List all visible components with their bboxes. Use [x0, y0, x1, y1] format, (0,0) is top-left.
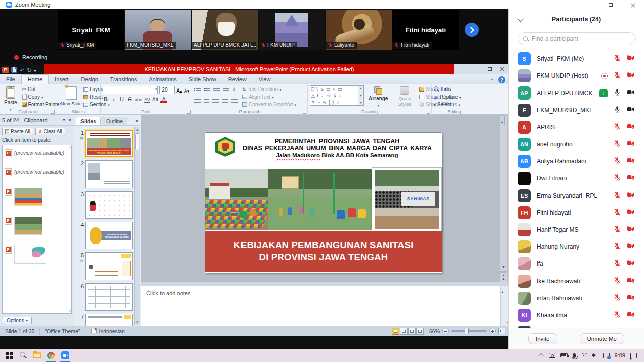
ppt-restore-button[interactable]	[488, 67, 492, 71]
replace-button[interactable]: Replace	[434, 93, 475, 101]
slide-thumbnail[interactable]: KEBIJAKAN PEMBANGUNAN SANITASI DI PROVIN…	[85, 130, 133, 157]
slide-canvas[interactable]: PEMERINTAH PROVINSI JAWA TENGAH DINAS PE…	[205, 133, 442, 273]
slideshow-button[interactable]	[416, 328, 424, 335]
clock[interactable]: 9:09	[615, 352, 625, 358]
convert-smartart-button[interactable]: Convert to SmartArt	[242, 101, 296, 108]
ribbon-tab[interactable]: Review	[222, 75, 253, 84]
search-input[interactable]	[532, 35, 630, 42]
zoom-taskbar-button[interactable]	[61, 351, 69, 360]
drawing-dialog-launcher[interactable]	[427, 110, 430, 114]
cut-button[interactable]: Cut	[22, 85, 61, 93]
tray-expand-icon[interactable]	[538, 353, 544, 359]
participant-row[interactable]: Hanung Nurany	[509, 238, 639, 255]
align-center-icon[interactable]	[204, 98, 209, 103]
video-tile[interactable]: Sriyati_FKM Sriyati_FKM	[58, 10, 124, 50]
slide-thumbnail[interactable]	[85, 191, 133, 219]
tab-outline[interactable]: Outline	[102, 117, 127, 125]
participants-scrollbar[interactable]	[640, 50, 643, 328]
qat-customize-icon[interactable]	[34, 65, 36, 74]
video-tile[interactable]: FKM_MURSID_MKL FKM_MURSID_MKL	[125, 10, 191, 50]
justify-icon[interactable]	[222, 98, 228, 103]
battery-icon[interactable]	[560, 353, 568, 357]
start-button[interactable]	[5, 351, 13, 360]
participant-row[interactable]: KI Khaira ilma	[509, 307, 639, 324]
find-button[interactable]: Find	[434, 85, 475, 93]
tray-mic-icon[interactable]	[573, 353, 576, 358]
font-name-combo[interactable]	[103, 86, 158, 94]
participant-row[interactable]: intan Rahmawati	[509, 290, 639, 307]
cast-icon[interactable]	[549, 353, 555, 358]
scrollbar-thumb[interactable]	[135, 133, 139, 150]
file-explorer-button[interactable]	[33, 351, 41, 360]
change-case-button[interactable]	[152, 96, 158, 102]
clipboard-item[interactable]: (preview not available)	[3, 164, 71, 184]
participant-row[interactable]: FH Fitni hidayati	[509, 204, 639, 221]
font-color-button[interactable]	[160, 96, 167, 102]
italic-button[interactable]	[111, 96, 117, 102]
notes-splitter[interactable]	[141, 282, 508, 286]
participant-row[interactable]: AN arief nugroho	[509, 136, 639, 153]
text-direction-button[interactable]: Text Direction	[242, 85, 296, 93]
volume-icon[interactable]	[592, 353, 598, 358]
slide-thumbnail-row[interactable]: 2	[75, 160, 134, 188]
clipboard-item[interactable]	[3, 242, 71, 271]
zoom-slider[interactable]	[451, 330, 487, 332]
scroll-up-icon[interactable]: ▲	[500, 120, 504, 124]
fit-to-window-button[interactable]	[498, 328, 505, 334]
clipboard-pane-menu-icon[interactable]	[62, 118, 66, 122]
slide-thumbnail-row[interactable]: 5	[75, 252, 134, 280]
chrome-button[interactable]	[47, 351, 55, 360]
ribbon-tab[interactable]: Transitions	[104, 75, 143, 84]
paste-all-button[interactable]: Paste All	[2, 128, 33, 135]
select-button[interactable]: Select	[434, 101, 475, 108]
ppt-minimize-button[interactable]	[475, 69, 479, 69]
zoom-out-button[interactable]	[442, 328, 449, 334]
increase-indent-icon[interactable]	[223, 87, 229, 92]
slide-sorter-button[interactable]	[400, 328, 408, 335]
slide-thumbnail-row[interactable]: 1	[75, 130, 134, 157]
align-left-icon[interactable]	[194, 98, 201, 103]
close-button[interactable]	[622, 0, 644, 9]
zoom-slider-thumb[interactable]	[465, 328, 469, 334]
arrange-button[interactable]: Arrange	[367, 85, 390, 109]
participant-row[interactable]: ES Erma Suryandari_RPL	[509, 187, 639, 204]
slide-thumbnail-row[interactable]: 6	[75, 283, 134, 311]
shapes-gallery[interactable]: □ \ ↘ ▭ ○ ▭△ L ⌐ ⇨ ⇩ ⌂✎ ~ ∿ { } ☆	[310, 85, 358, 106]
clipboard-dialog-launcher[interactable]	[51, 110, 55, 114]
slide-thumbnail-row[interactable]: 7	[75, 314, 134, 326]
slides-scrollbar[interactable]: ▲ ▼	[134, 127, 140, 325]
shrink-font-button[interactable]	[184, 85, 190, 95]
align-text-button[interactable]: Align Text	[242, 93, 296, 101]
paragraph-dialog-launcher[interactable]	[303, 110, 306, 114]
character-spacing-button[interactable]	[144, 96, 150, 102]
clear-all-button[interactable]: Clear All	[35, 128, 65, 135]
decrease-indent-icon[interactable]	[213, 87, 220, 92]
help-icon[interactable]	[498, 76, 505, 83]
video-tile[interactable]: Fitni hidayati Fitni hidayati	[392, 10, 459, 50]
normal-view-button[interactable]	[392, 328, 399, 335]
font-dialog-launcher[interactable]	[187, 110, 191, 114]
ribbon-tab[interactable]: Slide Show	[183, 75, 222, 84]
clipboard-scroll-up-icon[interactable]	[69, 146, 71, 149]
new-slide-button[interactable]: New Slide	[58, 85, 85, 108]
font-size-combo[interactable]: 20	[159, 86, 175, 94]
participant-row[interactable]: AR Auliya Rahmadani	[509, 153, 639, 170]
scroll-down-icon[interactable]: ▼	[136, 320, 139, 325]
align-right-icon[interactable]	[212, 98, 219, 103]
redo-icon[interactable]	[27, 65, 31, 74]
underline-button[interactable]	[119, 96, 125, 102]
ribbon-tab[interactable]: Design	[75, 75, 104, 84]
format-painter-button[interactable]: Format Painter	[22, 101, 61, 108]
notes-pane[interactable]: Click to add notes ▲ ▼	[141, 286, 508, 326]
zoom-in-button[interactable]	[489, 328, 496, 334]
ribbon-tab[interactable]: Animations	[143, 75, 182, 84]
clipboard-pane-close-icon[interactable]	[68, 118, 72, 123]
collapse-ribbon-icon[interactable]	[490, 75, 494, 84]
scroll-down-icon[interactable]: ▼	[500, 264, 507, 271]
clipboard-options-button[interactable]: Options	[3, 317, 32, 324]
slide-thumbnail[interactable]	[85, 283, 133, 311]
proofing-status[interactable]: Indonesian	[86, 328, 130, 335]
scroll-up-icon[interactable]: ▲	[136, 127, 139, 132]
participant-row[interactable]: S Sriyati_FKM (Me)	[509, 50, 639, 67]
line-spacing-icon[interactable]	[232, 87, 236, 92]
